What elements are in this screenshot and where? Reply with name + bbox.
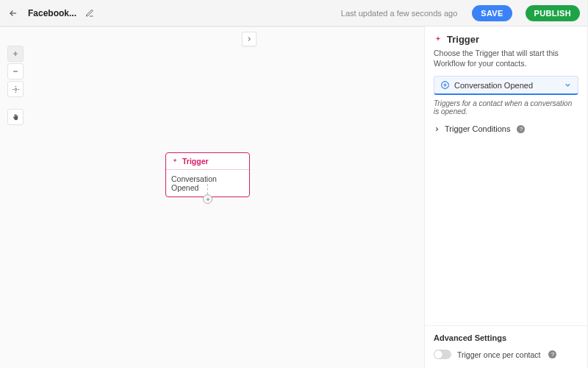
back-button[interactable] [7,7,19,19]
workflow-canvas[interactable]: Trigger Conversation Opened [0,26,424,368]
help-icon[interactable]: ? [548,350,556,358]
trigger-conditions-label: Trigger Conditions [445,124,510,133]
zoom-out-button[interactable] [7,63,24,79]
edit-title-button[interactable] [85,9,94,18]
chevron-down-icon [564,81,572,89]
center-button[interactable] [7,81,24,97]
spark-icon [171,158,179,165]
publish-button[interactable]: PUBLISH [526,5,580,21]
topbar: Facebook... Last updated a few seconds a… [0,0,587,26]
trigger-once-label: Trigger once per contact [457,350,540,359]
zoom-in-button[interactable] [7,46,24,62]
chevron-right-icon [434,126,440,132]
trigger-conditions-toggle[interactable]: Trigger Conditions ? [434,124,578,133]
advanced-settings-heading: Advanced Settings [425,325,587,345]
trigger-select[interactable]: Conversation Opened [434,76,578,95]
workflow-title: Facebook... [28,8,76,18]
last-updated-text: Last updated a few seconds ago [341,9,457,18]
panel-title: Trigger [447,34,479,45]
add-step-button[interactable] [203,184,212,204]
plus-icon [203,194,212,204]
spark-icon [434,35,442,44]
trigger-help-text: Triggers for a contact when a conversati… [434,99,578,116]
trigger-once-toggle[interactable] [434,350,451,359]
canvas-toolbar [7,46,24,125]
trigger-select-label: Conversation Opened [454,81,559,90]
help-icon[interactable]: ? [517,125,525,133]
svg-point-0 [15,88,17,91]
collapse-panel-button[interactable] [242,32,257,46]
panel-subtitle: Choose the Trigger that will start this … [425,48,587,76]
side-panel: Trigger Choose the Trigger that will sta… [424,26,587,368]
node-header-label: Trigger [182,157,209,166]
plus-circle-icon [440,80,450,90]
pan-button[interactable] [7,109,24,125]
save-button[interactable]: SAVE [472,5,512,21]
